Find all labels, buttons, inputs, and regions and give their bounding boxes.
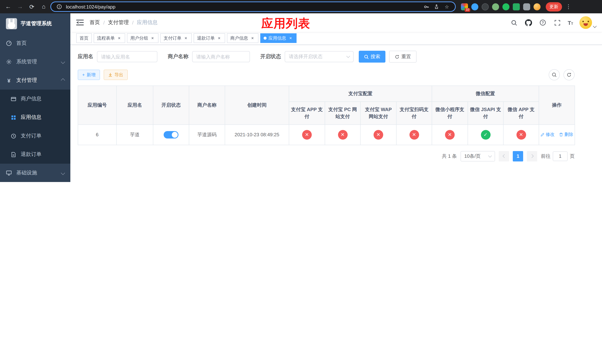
sidebar-item-label: 支付管理 bbox=[16, 77, 37, 84]
bookmark-star-icon[interactable]: ☆ bbox=[443, 3, 451, 10]
top-navbar: 首页 / 支付管理 / 应用信息 应用列表 ? bbox=[70, 13, 602, 32]
col-header-wx-jsapi: 微信 JSAPI 支付 bbox=[468, 101, 503, 124]
cell-app-name: 芋道 bbox=[117, 124, 153, 145]
profile-avatar-icon[interactable] bbox=[534, 3, 540, 10]
status-select[interactable]: 请选择开启状态 bbox=[285, 51, 354, 62]
tab-merchant-info[interactable]: 商户信息 × bbox=[227, 33, 258, 43]
close-tab-icon[interactable]: × bbox=[183, 36, 188, 41]
search-button[interactable]: 搜索 bbox=[359, 51, 386, 63]
address-bar[interactable]: localhost:1024/pay/app ☆ bbox=[50, 1, 456, 12]
monitor-icon bbox=[6, 170, 12, 176]
close-tab-icon[interactable]: × bbox=[288, 36, 293, 41]
tab-app-info[interactable]: 应用信息 × bbox=[260, 33, 297, 43]
cell-merchant: 芋道源码 bbox=[189, 124, 225, 145]
sidebar-item-home[interactable]: 首页 bbox=[0, 34, 70, 53]
extension-green-square-icon[interactable] bbox=[513, 3, 520, 10]
goto-unit-label: 页 bbox=[570, 153, 575, 160]
tab-home[interactable]: 首页 bbox=[76, 33, 92, 43]
back-icon[interactable]: ← bbox=[3, 1, 13, 12]
user-menu[interactable] bbox=[580, 16, 596, 29]
goto-page-input[interactable] bbox=[553, 151, 568, 161]
font-size-icon[interactable]: TT bbox=[568, 20, 573, 26]
sidebar-collapse-icon[interactable] bbox=[76, 19, 84, 26]
screen: ← → ⟳ ⌂ localhost:1024/pay/app ☆ 10 bbox=[0, 0, 602, 182]
sidebar-item-infra[interactable]: 基础设施 bbox=[0, 164, 70, 182]
col-header-alipay-wap: 支付宝 WAP 网站支付 bbox=[360, 101, 396, 124]
sidebar-item-label: 支付订单 bbox=[21, 133, 42, 139]
forward-icon[interactable]: → bbox=[15, 1, 25, 12]
breadcrumb-payment[interactable]: 支付管理 bbox=[108, 19, 129, 26]
table-row: 6 芋道 芋道源码 2021-10-23 08:49:25 ✕ ✕ ✕ bbox=[78, 124, 575, 145]
tab-pay-order[interactable]: 支付订单 × bbox=[160, 33, 192, 43]
github-icon[interactable] bbox=[525, 19, 533, 27]
breadcrumb-home[interactable]: 首页 bbox=[90, 19, 100, 26]
extensions-puzzle-icon[interactable] bbox=[523, 3, 530, 10]
col-header-actions: 操作 bbox=[539, 86, 575, 124]
search-icon[interactable] bbox=[510, 19, 518, 27]
cell-app-id: 6 bbox=[78, 124, 117, 145]
reset-button[interactable]: 重置 bbox=[389, 51, 417, 63]
extension-badge: 10 bbox=[465, 8, 470, 12]
browser-update-button[interactable]: 更新 bbox=[546, 2, 562, 11]
close-tab-icon[interactable]: × bbox=[117, 36, 122, 41]
page-number-1[interactable]: 1 bbox=[513, 151, 523, 161]
browser-menu-icon[interactable]: ⋮ bbox=[563, 3, 573, 10]
user-avatar[interactable] bbox=[580, 16, 592, 29]
plus-icon: + bbox=[82, 72, 85, 77]
sidebar-item-system[interactable]: 系统管理 bbox=[0, 53, 70, 71]
tab-process-form[interactable]: 流程表单 × bbox=[94, 33, 125, 43]
merchant-name-input[interactable] bbox=[192, 51, 250, 62]
tab-refund-order[interactable]: 退款订单 × bbox=[194, 33, 225, 43]
sidebar-item-payment[interactable]: ¥ 支付管理 bbox=[0, 71, 70, 90]
app-name-label: 应用名 bbox=[78, 53, 93, 60]
reload-icon[interactable]: ⟳ bbox=[27, 1, 37, 12]
refresh-button[interactable] bbox=[563, 69, 575, 80]
chevron-down-icon bbox=[488, 154, 492, 157]
page-size-select[interactable]: 10条/页 bbox=[461, 151, 495, 161]
yen-icon: ¥ bbox=[6, 77, 12, 83]
toggle-search-button[interactable] bbox=[549, 69, 560, 80]
alipay-wap-status-icon: ✕ bbox=[374, 130, 383, 139]
extension-drop-icon[interactable] bbox=[471, 3, 478, 10]
page-title: 应用列表 bbox=[261, 16, 310, 32]
home-icon[interactable]: ⌂ bbox=[39, 1, 49, 12]
merchant-name-label: 商户名称 bbox=[168, 53, 188, 60]
extensions-row: 10 bbox=[461, 3, 540, 10]
sidebar-item-refund-order[interactable]: 退款订单 bbox=[0, 145, 70, 164]
cell-actions: 修改 删除 bbox=[539, 124, 575, 145]
export-button[interactable]: 导出 bbox=[104, 70, 128, 80]
chevron-up-icon bbox=[61, 78, 65, 83]
url-text[interactable]: localhost:1024/pay/app bbox=[66, 4, 419, 10]
edit-button[interactable]: 修改 bbox=[540, 131, 554, 138]
next-page-button[interactable] bbox=[527, 151, 537, 161]
extension-colorful-icon[interactable]: 10 bbox=[461, 3, 468, 10]
sidebar-item-merchant-info[interactable]: 商户信息 bbox=[0, 90, 70, 108]
delete-button[interactable]: 删除 bbox=[559, 131, 573, 138]
close-tab-icon[interactable]: × bbox=[216, 36, 222, 41]
search-form: 应用名 商户名称 开启状态 请选择开启状态 搜索 bbox=[78, 51, 575, 63]
breadcrumb-separator: / bbox=[103, 20, 105, 26]
active-tab-dot bbox=[264, 37, 267, 40]
col-header-app-name: 应用名 bbox=[117, 86, 153, 124]
extension-avatar-icon[interactable] bbox=[492, 3, 499, 10]
share-icon[interactable] bbox=[433, 3, 440, 10]
site-info-icon[interactable] bbox=[55, 3, 63, 10]
breadcrumb-current: 应用信息 bbox=[137, 19, 158, 26]
fullscreen-icon[interactable] bbox=[553, 19, 561, 27]
sidebar-item-app-info[interactable]: 应用信息 bbox=[0, 108, 70, 127]
help-icon[interactable]: ? bbox=[539, 19, 547, 27]
close-tab-icon[interactable]: × bbox=[150, 36, 155, 41]
prev-page-button[interactable] bbox=[499, 151, 509, 161]
extension-dark-icon[interactable] bbox=[482, 3, 489, 10]
chevron-down-icon bbox=[61, 60, 65, 64]
sidebar-logo: 芋道管理系统 bbox=[0, 13, 70, 34]
tab-user-group[interactable]: 用户分组 × bbox=[127, 33, 159, 43]
extension-wechat-devtools-icon[interactable] bbox=[502, 3, 509, 10]
status-toggle[interactable] bbox=[164, 131, 178, 138]
add-button[interactable]: + 新增 bbox=[78, 70, 100, 80]
close-tab-icon[interactable]: × bbox=[250, 36, 255, 41]
app-name-input[interactable] bbox=[97, 51, 157, 62]
password-key-icon[interactable] bbox=[422, 3, 430, 10]
sidebar-item-pay-order[interactable]: 支付订单 bbox=[0, 127, 70, 145]
clock-icon bbox=[10, 133, 16, 139]
